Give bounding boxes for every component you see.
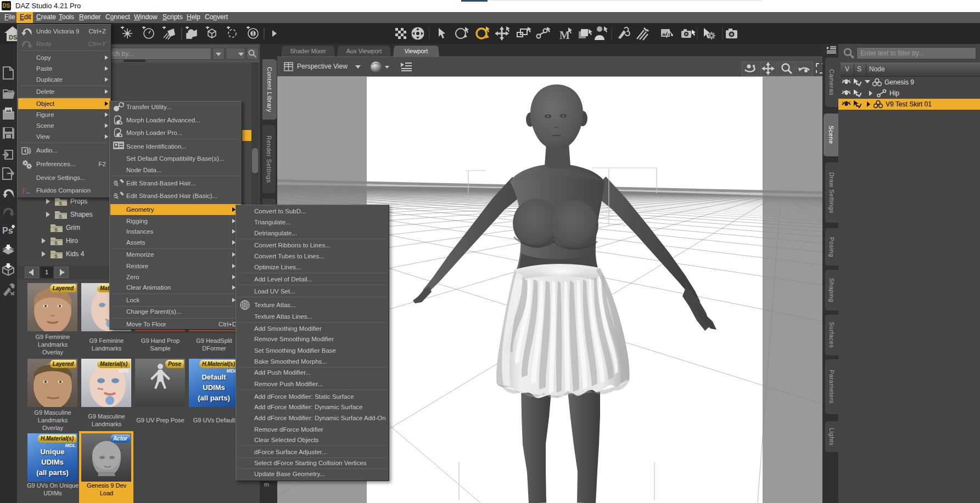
svg-text:F: F bbox=[21, 187, 27, 195]
